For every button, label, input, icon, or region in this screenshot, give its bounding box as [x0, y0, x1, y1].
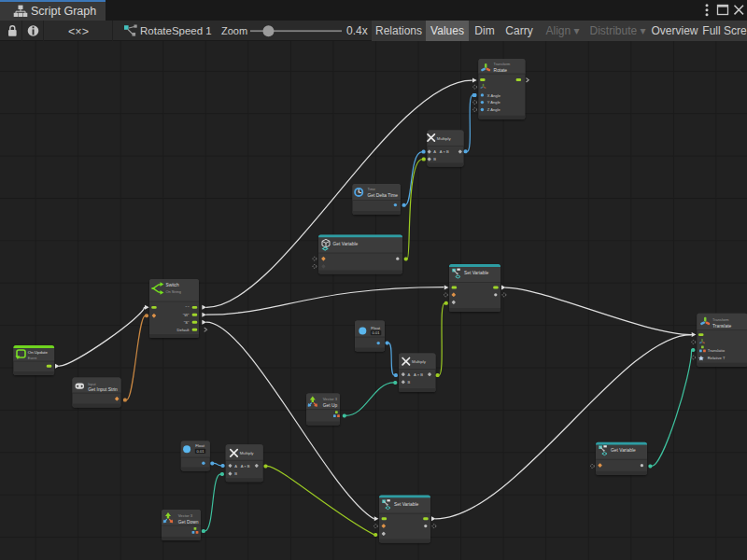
svg-text:A: A: [433, 149, 436, 154]
svg-text:Float: Float: [371, 326, 381, 330]
svg-text:B: B: [234, 471, 237, 476]
svg-text:" ": " ": [185, 305, 190, 310]
svg-text:Relative T: Relative T: [708, 356, 726, 360]
svg-text:A: A: [408, 372, 411, 377]
svg-text:Translatio: Translatio: [708, 348, 726, 353]
svg-text:0.01: 0.01: [197, 449, 205, 454]
svg-text:Switch: Switch: [166, 283, 179, 287]
svg-text:0.01: 0.01: [373, 330, 381, 335]
svg-text:Float: Float: [195, 443, 205, 448]
svg-text:Multiply: Multiply: [240, 451, 255, 455]
svg-text:Z Angle: Z Angle: [487, 107, 501, 112]
svg-text:Event: Event: [28, 357, 36, 360]
svg-text:<×>: <×>: [68, 25, 89, 38]
svg-text:Get Variable: Get Variable: [611, 448, 636, 453]
svg-text:Transform: Transform: [712, 317, 729, 322]
svg-text:Get Up: Get Up: [323, 403, 338, 408]
svg-text:X Angle: X Angle: [487, 93, 501, 98]
svg-text:Zoom: Zoom: [221, 25, 247, 36]
svg-text:"S": "S": [184, 320, 190, 325]
svg-text:Get Delta Time: Get Delta Time: [367, 193, 398, 198]
svg-text:A: A: [234, 464, 237, 469]
svg-text:Input: Input: [88, 383, 95, 386]
svg-text:Get Variable: Get Variable: [333, 242, 359, 246]
svg-text:B: B: [433, 157, 436, 161]
svg-text:A × B: A × B: [241, 464, 250, 469]
svg-text:B: B: [408, 380, 411, 385]
svg-text:"W": "W": [183, 313, 190, 317]
svg-text:Set Variable: Set Variable: [394, 502, 419, 507]
svg-text:On Update: On Update: [28, 350, 49, 355]
svg-text:A × B: A × B: [440, 149, 449, 154]
svg-text:Y Angle: Y Angle: [487, 100, 501, 105]
svg-text:Set Variable: Set Variable: [464, 271, 489, 275]
svg-text:Get Input Strin: Get Input Strin: [88, 387, 118, 392]
svg-text:Multiply: Multiply: [437, 136, 452, 141]
svg-text:Vector 3: Vector 3: [178, 513, 193, 518]
svg-text:Rotate: Rotate: [494, 68, 508, 73]
svg-text:Default: Default: [177, 328, 190, 332]
svg-text:On String: On String: [166, 289, 181, 294]
svg-text:Vector 3: Vector 3: [323, 397, 338, 401]
svg-text:Multiply: Multiply: [412, 359, 427, 364]
svg-text:RotateSpeed 1: RotateSpeed 1: [140, 25, 212, 36]
svg-text:Get Down: Get Down: [178, 520, 199, 525]
svg-text:Transform: Transform: [494, 62, 511, 66]
svg-text:A × B: A × B: [414, 372, 423, 377]
svg-text:Translate: Translate: [712, 324, 731, 329]
svg-text:Time: Time: [367, 187, 375, 191]
svg-text:0.4x: 0.4x: [346, 24, 368, 37]
